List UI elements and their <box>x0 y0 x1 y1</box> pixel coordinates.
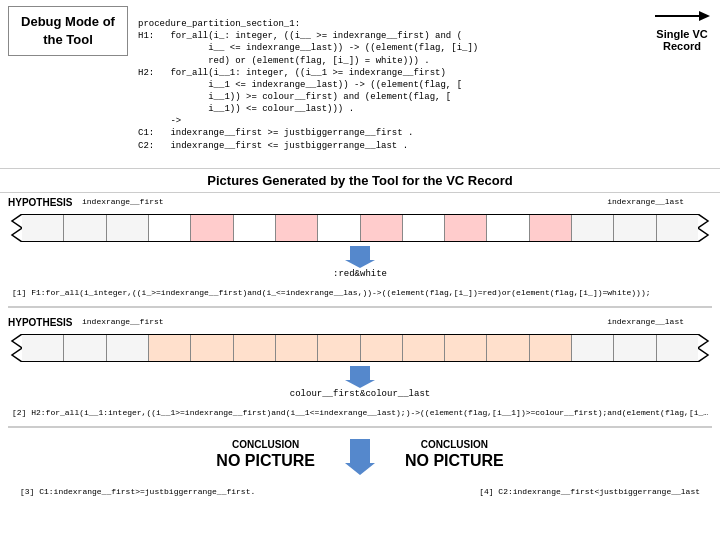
cell-diag2-9 <box>403 335 445 361</box>
cell-diag1-10 <box>445 215 487 241</box>
hypothesis-label-2: HYPOTHESIS <box>8 317 78 328</box>
conclusion-box-left: CONCLUSION NO PICTURE <box>216 439 315 475</box>
cells-1 <box>22 214 698 242</box>
center-label-1: :red&white <box>333 269 387 279</box>
cell-diag1-12 <box>530 215 572 241</box>
section-divider-2 <box>8 426 712 428</box>
zigzag-left-2 <box>8 334 22 362</box>
timeline-bar-2 <box>8 334 712 362</box>
diagram-row-2: HYPOTHESIS indexrange__first indexrange_… <box>8 317 712 362</box>
arrow-down-section-2: colour__first&colour__last <box>8 366 712 400</box>
cell-diag1-2 <box>107 215 149 241</box>
timeline-1 <box>8 214 712 242</box>
debug-mode-label: Debug Mode of the Tool <box>8 6 128 56</box>
zigzag-right-2 <box>698 334 712 362</box>
cell-diag2-5 <box>234 335 276 361</box>
bottom-formulas: [3] C1:indexrange__first>=justbiggerrang… <box>8 483 712 500</box>
code-h2b: i__1 <= indexrange__last)) -> ((element(… <box>138 80 462 90</box>
single-vc-record: Single VC Record <box>652 6 712 52</box>
cell-diag1-1 <box>64 215 106 241</box>
top-section: Debug Mode of the Tool procedure_partiti… <box>0 0 720 169</box>
cell-diag1-14 <box>614 215 656 241</box>
cell-diag2-8 <box>361 335 403 361</box>
index-first-1: indexrange__first <box>82 197 164 206</box>
svg-marker-2 <box>345 246 375 268</box>
code-h1: H1: for_all(i_: integer, ((i__ >= indexr… <box>138 31 462 41</box>
cell-diag2-0 <box>22 335 64 361</box>
timeline-bar-1 <box>8 214 712 242</box>
cell-diag1-3 <box>149 215 191 241</box>
index-last-2: indexrange__last <box>607 317 684 326</box>
code-h2: H2: for_all(i__1: integer, ((i__1 >= ind… <box>138 68 446 78</box>
index-first-2: indexrange__first <box>82 317 164 326</box>
conclusion-arrow <box>345 439 375 475</box>
main-container: Debug Mode of the Tool procedure_partiti… <box>0 0 720 540</box>
code-arrow: -> <box>170 116 181 126</box>
timeline-2 <box>8 334 712 362</box>
down-arrow-conclusions <box>345 439 375 475</box>
conclusion-row: CONCLUSION NO PICTURE CONCLUSION NO PICT… <box>8 437 712 477</box>
cell-diag1-0 <box>22 215 64 241</box>
cell-diag2-3 <box>149 335 191 361</box>
conclusion-label-right: CONCLUSION <box>421 439 488 450</box>
index-last-1: indexrange__last <box>607 197 684 206</box>
cell-diag1-5 <box>234 215 276 241</box>
cell-diag2-14 <box>614 335 656 361</box>
down-arrow-2 <box>345 366 375 388</box>
cell-diag2-13 <box>572 335 614 361</box>
debug-line2: the Tool <box>43 32 93 47</box>
svg-marker-4 <box>345 439 375 475</box>
code-h2d: i__1)) <= colour__last))) . <box>138 104 354 114</box>
cell-diag2-6 <box>276 335 318 361</box>
formula-1: [1] F1:for_all(i_integer,((i_>=indexrang… <box>8 288 712 297</box>
cell-diag1-11 <box>487 215 529 241</box>
pictures-title: Pictures Generated by the Tool for the V… <box>0 169 720 193</box>
cell-diag1-9 <box>403 215 445 241</box>
code-h2c: i__1)) >= colour__first) and (element(fl… <box>138 92 451 102</box>
debug-line1: Debug Mode of <box>21 14 115 29</box>
zigzag-left-1 <box>8 214 22 242</box>
cell-diag1-7 <box>318 215 360 241</box>
diagram-row-1: HYPOTHESIS indexrange__first indexrange_… <box>8 197 712 242</box>
zigzag-right-1 <box>698 214 712 242</box>
formula-2: [2] H2:for_all(i__1:integer,((i__1>=inde… <box>8 408 712 417</box>
arrow-down-section-1: :red&white <box>8 246 712 280</box>
pictures-title-text: Pictures Generated by the Tool for the V… <box>207 173 512 188</box>
vc-label: Single VC Record <box>656 28 707 52</box>
code-c2: C2: indexrange__first <= justbiggerrange… <box>138 141 408 151</box>
diagrams-section: HYPOTHESIS indexrange__first indexrange_… <box>0 193 720 504</box>
cell-diag2-1 <box>64 335 106 361</box>
svg-marker-1 <box>699 11 710 21</box>
conclusion-box-right: CONCLUSION NO PICTURE <box>405 439 504 475</box>
cell-diag1-13 <box>572 215 614 241</box>
cells-2 <box>22 334 698 362</box>
vc-label-text: Single VC Record <box>656 28 707 52</box>
cell-diag1-6 <box>276 215 318 241</box>
cell-diag2-11 <box>487 335 529 361</box>
center-label-2: colour__first&colour__last <box>290 389 430 399</box>
no-picture-right: NO PICTURE <box>405 452 504 470</box>
cell-diag2-7 <box>318 335 360 361</box>
cell-diag1-8 <box>361 215 403 241</box>
cell-diag2-2 <box>107 335 149 361</box>
formula-bottom-left: [3] C1:indexrange__first>=justbiggerrang… <box>16 485 259 498</box>
cell-diag1-15 <box>657 215 698 241</box>
cell-diag2-12 <box>530 335 572 361</box>
section-divider-1 <box>8 306 712 308</box>
code-c1: C1: indexrange__first >= justbiggerrange… <box>138 128 413 138</box>
code-procedure: procedure_partition_section_1: <box>138 19 300 29</box>
hypothesis-label-1: HYPOTHESIS <box>8 197 78 208</box>
cell-diag1-4 <box>191 215 233 241</box>
code-block: procedure_partition_section_1: H1: for_a… <box>138 6 642 164</box>
conclusion-label-left: CONCLUSION <box>232 439 299 450</box>
arrow-right-icon <box>652 6 712 26</box>
code-h1b: i__ <= indexrange__last)) -> ((element(f… <box>138 43 478 53</box>
formula-bottom-right: [4] C2:indexrange__first<justbiggerrange… <box>475 485 704 498</box>
code-h1c: red) or (element(flag, [i_]) = white))) … <box>138 56 430 66</box>
cell-diag2-10 <box>445 335 487 361</box>
down-arrow-1 <box>345 246 375 268</box>
cell-diag2-15 <box>657 335 698 361</box>
svg-marker-3 <box>345 366 375 388</box>
cell-diag2-4 <box>191 335 233 361</box>
no-picture-left: NO PICTURE <box>216 452 315 470</box>
